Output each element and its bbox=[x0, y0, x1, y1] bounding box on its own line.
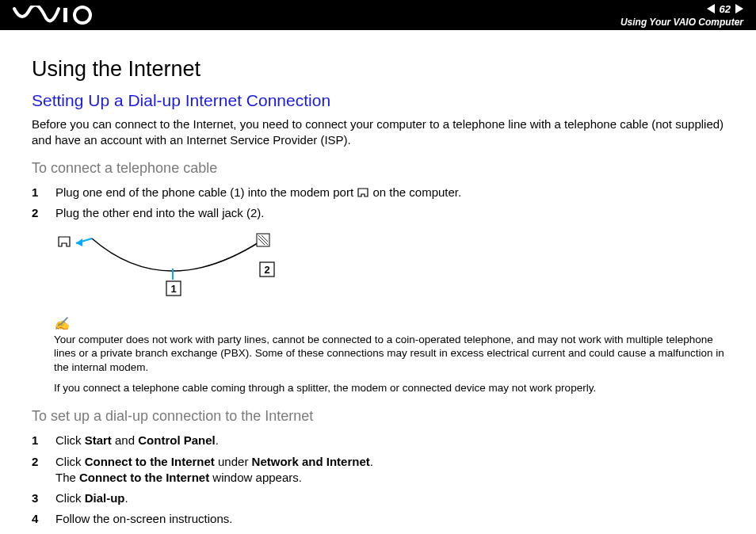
note-block: ✍ Your computer does not work with party… bbox=[54, 316, 724, 374]
note-icon: ✍ bbox=[54, 317, 70, 330]
list-item: 3Click Dial-up. bbox=[32, 490, 724, 506]
step-number: 3 bbox=[32, 490, 41, 506]
step-text: Click Connect to the Internet under Netw… bbox=[55, 454, 373, 486]
step-text: Plug the other end into the wall jack (2… bbox=[55, 205, 264, 221]
list-item: 1 Plug one end of the phone cable (1) in… bbox=[32, 185, 724, 200]
note-text-2: If you connect a telephone cable coming … bbox=[54, 382, 724, 394]
section-a-heading: To connect a telephone cable bbox=[32, 160, 724, 177]
list-item: 4Follow the on-screen instructions. bbox=[32, 511, 724, 527]
svg-text:2: 2 bbox=[264, 264, 269, 276]
step-number: 1 bbox=[32, 185, 41, 200]
page-number: 62 bbox=[720, 3, 731, 15]
svg-text:1: 1 bbox=[170, 283, 176, 295]
section-b-heading: To set up a dial-up connection to the In… bbox=[32, 408, 724, 425]
vaio-logo bbox=[13, 6, 100, 25]
step-text: Click Start and Control Panel. bbox=[55, 433, 219, 448]
list-item: 1Click Start and Control Panel. bbox=[32, 433, 724, 448]
steps-list-b: 1Click Start and Control Panel.2Click Co… bbox=[32, 433, 724, 527]
cable-diagram: 1 2 bbox=[54, 231, 724, 305]
list-item: 2Click Connect to the Internet under Net… bbox=[32, 454, 724, 486]
svg-point-1 bbox=[74, 7, 90, 23]
section-name: Using Your VAIO Computer bbox=[620, 17, 743, 28]
modem-port-icon bbox=[357, 187, 369, 198]
page-subtitle: Setting Up a Dial-up Internet Connection bbox=[32, 91, 724, 110]
intro-paragraph: Before you can connect to the Internet, … bbox=[32, 116, 724, 149]
step-text: Click Dial-up. bbox=[55, 490, 128, 506]
step-text: Follow the on-screen instructions. bbox=[55, 511, 232, 527]
header-bar: 62 Using Your VAIO Computer bbox=[0, 0, 756, 30]
step-number: 1 bbox=[32, 433, 41, 448]
step-number: 2 bbox=[32, 454, 41, 486]
svg-rect-0 bbox=[63, 8, 67, 22]
step-text: Plug one end of the phone cable (1) into… bbox=[55, 185, 461, 200]
note-text: Your computer does not work with party l… bbox=[54, 334, 724, 373]
page-indicator: 62 Using Your VAIO Computer bbox=[620, 3, 743, 28]
next-page-icon[interactable] bbox=[735, 4, 743, 13]
prev-page-icon[interactable] bbox=[707, 4, 715, 13]
step-number: 4 bbox=[32, 511, 41, 527]
steps-list-a: 1 Plug one end of the phone cable (1) in… bbox=[32, 185, 724, 222]
step-number: 2 bbox=[32, 205, 41, 221]
list-item: 2 Plug the other end into the wall jack … bbox=[32, 205, 724, 221]
page-title: Using the Internet bbox=[32, 57, 724, 82]
page-content: Using the Internet Setting Up a Dial-up … bbox=[0, 30, 756, 534]
